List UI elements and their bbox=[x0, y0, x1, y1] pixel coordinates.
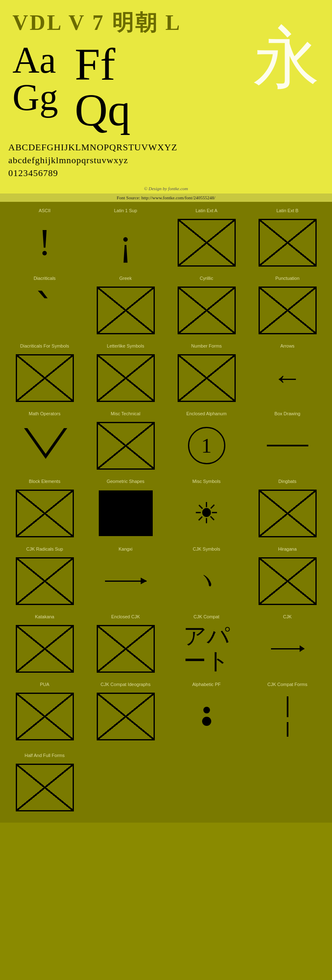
cell-cjk-compat-forms-content bbox=[255, 689, 320, 743]
cell-empty-2 bbox=[167, 747, 246, 816]
cell-alphabetic-pf-content bbox=[174, 689, 239, 743]
cell-dingbats-content bbox=[255, 486, 320, 540]
dots-vertical bbox=[202, 707, 211, 726]
cell-cyrillic-content bbox=[174, 283, 239, 337]
cell-alphabetic-pf-label: Alphabetic PF bbox=[192, 682, 220, 687]
cell-box-drawing-content bbox=[255, 419, 320, 473]
grid-row-3: Diacriticals For Symbols Letterlike Symb… bbox=[4, 341, 328, 407]
credit-text: © Design by fontke.com bbox=[8, 186, 324, 191]
alphabet-upper: ABCDEFGHIJKLMNOPQRSTUVWXYZ bbox=[8, 141, 324, 154]
cell-half-full-forms-content bbox=[12, 760, 77, 814]
cell-cjk-compat-label: CJK Compat bbox=[193, 614, 219, 619]
cell-greek-label: Greek bbox=[120, 276, 132, 281]
cell-latin1sup-label: Latin 1 Sup bbox=[114, 208, 137, 213]
cell-letterlike-content bbox=[93, 351, 158, 405]
cell-cyrillic-label: Cyrillic bbox=[200, 276, 213, 281]
cell-half-full-forms: Half And Full Forms bbox=[5, 747, 84, 816]
dash-long bbox=[267, 445, 308, 446]
placeholder-misc-technical bbox=[97, 422, 155, 470]
cell-punctuation-content bbox=[255, 283, 320, 337]
cell-block-elements: Block Elements bbox=[5, 477, 84, 542]
cell-cjk-compat-forms-label: CJK Compat Forms bbox=[267, 682, 308, 687]
cell-cjk-content bbox=[255, 622, 320, 676]
cell-diacriticals-sym-content bbox=[12, 351, 77, 405]
placeholder-punctuation bbox=[259, 287, 317, 334]
cell-math-ops: Math Operators bbox=[5, 409, 84, 475]
placeholder-number-forms bbox=[178, 354, 236, 402]
cell-enclosed-alphanum-content: 1 bbox=[174, 419, 239, 473]
grid-row-9: Half And Full Forms bbox=[4, 747, 328, 816]
letters-qq: Qq bbox=[75, 87, 130, 133]
cell-box-drawing: Box Drawing bbox=[248, 409, 327, 475]
placeholder-latin-ext-b bbox=[259, 219, 317, 267]
cell-cjk-compat-forms: CJK Compat Forms bbox=[248, 680, 327, 745]
enclosed-1-circle: 1 bbox=[188, 427, 225, 464]
vert-dash-top bbox=[287, 696, 288, 717]
cell-diacriticals-content: ˋ bbox=[12, 283, 77, 337]
cell-diacriticals-label: Diacriticals bbox=[34, 276, 56, 281]
cell-misc-technical-content bbox=[93, 419, 158, 473]
cell-geometric-shapes-label: Geometric Shapes bbox=[107, 479, 144, 484]
cell-diacriticals-sym: Diacriticals For Symbols bbox=[5, 341, 84, 407]
cell-empty-1 bbox=[86, 747, 165, 816]
cjk-arrow-line bbox=[271, 648, 304, 649]
cell-latin1sup-content: ¡ bbox=[93, 216, 158, 270]
letters-ff: Ff bbox=[75, 42, 130, 87]
cell-cjk-label: CJK bbox=[283, 614, 292, 619]
cell-diacriticals: Diacriticals ˋ bbox=[5, 274, 84, 339]
cell-katakana-label: Katakana bbox=[35, 614, 54, 619]
cell-ascii-content: ! bbox=[12, 216, 77, 270]
char-exclaim: ! bbox=[39, 224, 51, 261]
cell-kangxi-label: Kangxi bbox=[119, 546, 133, 551]
cell-misc-technical-label: Misc Technical bbox=[111, 411, 140, 416]
kangxi-arrow-line bbox=[105, 581, 146, 582]
cell-dingbats: Dingbats bbox=[248, 477, 327, 542]
cell-math-ops-label: Math Operators bbox=[29, 411, 60, 416]
placeholder-hiragana bbox=[259, 557, 317, 605]
cell-latin-ext-b-label: Latin Ext B bbox=[276, 208, 298, 213]
font-letters-mid: Ff Qq bbox=[75, 42, 130, 133]
placeholder-cjk-compat-ideographs bbox=[97, 693, 155, 740]
vert-dash-bottom bbox=[287, 722, 288, 737]
cell-cjk-compat-ideographs-content bbox=[93, 689, 158, 743]
cell-cjk-compat-content: アパート bbox=[174, 622, 239, 676]
grid-row-8: PUA CJK Compat Ideographs Alphabetic PF … bbox=[4, 680, 328, 745]
triangle-down-outline bbox=[24, 428, 66, 463]
header-section: VDL V 7 明朝 L Aa Gg Ff Qq 永 bbox=[0, 0, 332, 137]
cell-arrows: Arrows ← bbox=[248, 341, 327, 407]
cell-kangxi-content bbox=[93, 554, 158, 608]
dot-top bbox=[203, 707, 210, 713]
cell-block-elements-label: Block Elements bbox=[29, 479, 61, 484]
placeholder-cyrillic bbox=[178, 287, 236, 334]
cell-math-ops-content bbox=[12, 419, 77, 473]
grid-row-2: Diacriticals ˋ Greek Cyrillic Punctuatio… bbox=[4, 274, 328, 339]
cell-cjk-radicals: CJK Radicals Sup bbox=[5, 544, 84, 610]
cell-alphabetic-pf: Alphabetic PF bbox=[167, 680, 246, 745]
letters-gg: Gg bbox=[12, 79, 58, 116]
cell-geometric-shapes-content bbox=[93, 486, 158, 540]
font-source: Font Source: http://www.fontke.com/font/… bbox=[0, 194, 332, 202]
cell-greek-content bbox=[93, 283, 158, 337]
sun-symbol: ☀ bbox=[193, 496, 220, 530]
cell-pua-content bbox=[12, 689, 77, 743]
cell-pua-label: PUA bbox=[40, 682, 49, 687]
cell-dingbats-label: Dingbats bbox=[278, 479, 296, 484]
cell-cjk-radicals-content bbox=[12, 554, 77, 608]
cell-diacriticals-sym-label: Diacriticals For Symbols bbox=[20, 343, 69, 348]
cell-half-full-forms-label: Half And Full Forms bbox=[24, 753, 65, 758]
cell-letterlike: Letterlike Symbols bbox=[86, 341, 165, 407]
cell-cjk-compat-ideographs-label: CJK Compat Ideographs bbox=[100, 682, 150, 687]
cell-arrows-label: Arrows bbox=[280, 343, 294, 348]
cell-cjk-compat-ideographs: CJK Compat Ideographs bbox=[86, 680, 165, 745]
placeholder-pua bbox=[16, 693, 74, 740]
char-backtick: ˋ bbox=[34, 289, 55, 331]
placeholder-latin-ext-a bbox=[178, 219, 236, 267]
font-kanji: 永 bbox=[253, 25, 320, 91]
cell-cjk-symbols-label: CJK Symbols bbox=[193, 546, 220, 551]
cell-enclosed-alphanum: Enclosed Alphanum 1 bbox=[167, 409, 246, 475]
cell-enclosed-alphanum-label: Enclosed Alphanum bbox=[186, 411, 227, 416]
cell-number-forms: Number Forms bbox=[167, 341, 246, 407]
cell-enclosed-cjk-label: Enclosed CJK bbox=[111, 614, 140, 619]
placeholder-block-elements bbox=[16, 490, 74, 537]
cell-letterlike-label: Letterlike Symbols bbox=[107, 343, 144, 348]
